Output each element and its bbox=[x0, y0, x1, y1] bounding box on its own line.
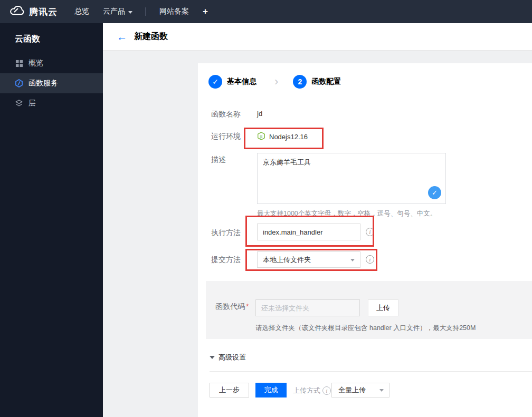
page-title: 新建函数 bbox=[134, 31, 168, 42]
scf-hexagon-icon bbox=[15, 79, 23, 88]
triangle-down-icon bbox=[210, 356, 215, 359]
sidebar-item-label: 概览 bbox=[28, 59, 43, 68]
tencent-cloud-logo[interactable]: 腾讯云 bbox=[8, 5, 58, 18]
layers-icon bbox=[15, 99, 23, 108]
step-indicator: ✓ 基本信息 › 2 函数配置 bbox=[208, 75, 341, 89]
handler-info-icon[interactable]: i bbox=[366, 228, 374, 236]
upload-mode-label: 上传方式 bbox=[293, 386, 320, 395]
step-2-label: 函数配置 bbox=[311, 77, 341, 86]
submit-method-info-icon[interactable]: i bbox=[366, 255, 374, 264]
function-code-label: 函数代码* bbox=[215, 302, 249, 312]
back-arrow-icon[interactable]: ← bbox=[117, 32, 127, 42]
svg-text:js: js bbox=[259, 134, 263, 138]
create-function-card: ✓ 基本信息 › 2 函数配置 函数名称 jd 运行环境 js Nodejs12… bbox=[198, 63, 532, 417]
upload-mode-info-icon[interactable]: i bbox=[322, 386, 331, 395]
nav-item-products[interactable]: 云产品 bbox=[103, 7, 132, 16]
step-1-label: 基本信息 bbox=[227, 77, 256, 86]
submit-method-select[interactable]: 本地上传文件夹 bbox=[257, 251, 360, 268]
nodejs-icon: js bbox=[257, 132, 265, 142]
submit-method-label: 提交方法 bbox=[211, 255, 254, 265]
description-label: 描述 bbox=[211, 155, 254, 164]
advanced-settings-label: 高级设置 bbox=[218, 353, 246, 362]
page-header: ← 新建函数 bbox=[103, 23, 532, 51]
description-textarea[interactable]: 京东薅羊毛工具 bbox=[258, 153, 445, 203]
runtime-label: 运行环境 bbox=[211, 132, 254, 141]
description-field-wrap: 京东薅羊毛工具 ✓ bbox=[257, 153, 446, 204]
grid-icon bbox=[15, 59, 23, 67]
caret-down-icon bbox=[128, 11, 132, 14]
description-hint: 最大支持1000个英文字母，数字，空格，逗号、句号、中文。 bbox=[257, 209, 436, 218]
valid-check-icon: ✓ bbox=[428, 186, 441, 199]
handler-input[interactable] bbox=[257, 224, 360, 240]
upload-button[interactable]: 上传 bbox=[368, 299, 398, 316]
cloud-logo-icon bbox=[8, 5, 24, 18]
advanced-settings-toggle[interactable]: 高级设置 bbox=[210, 353, 246, 362]
sidebar-title: 云函数 bbox=[0, 23, 103, 53]
folder-path-input[interactable] bbox=[255, 299, 360, 316]
sidebar-item-label: 层 bbox=[28, 99, 36, 108]
upload-mode: 上传方式 i bbox=[293, 386, 331, 395]
nav-item-icp[interactable]: 网站备案 bbox=[159, 7, 189, 16]
sidebar-item-layers[interactable]: 层 bbox=[0, 93, 103, 113]
upload-mode-value: 全量上传 bbox=[338, 385, 366, 395]
footer-divider bbox=[210, 371, 532, 372]
nav-divider bbox=[145, 7, 146, 16]
top-nav: 腾讯云 总览 云产品 网站备案 + bbox=[0, 0, 532, 23]
sidebar-item-overview[interactable]: 概览 bbox=[0, 53, 103, 73]
handler-label: 执行方法 bbox=[211, 228, 254, 238]
runtime-value-row: js Nodejs12.16 bbox=[257, 130, 308, 143]
prev-step-button[interactable]: 上一步 bbox=[210, 383, 249, 397]
function-name-value: jd bbox=[257, 110, 262, 118]
function-code-section: 函数代码* 上传 请选择文件夹（该文件夹根目录应包含 handler 入口文件）… bbox=[206, 281, 532, 339]
required-mark: * bbox=[246, 302, 249, 311]
step-2-number: 2 bbox=[293, 75, 307, 89]
sidebar-item-scf-service[interactable]: 函数服务 bbox=[0, 73, 103, 93]
nav-add-tab-button[interactable]: + bbox=[203, 6, 208, 17]
sidebar: 云函数 概览 函数服务 层 bbox=[0, 23, 103, 417]
sidebar-item-label: 函数服务 bbox=[28, 79, 58, 88]
upload-mode-select[interactable]: 全量上传 bbox=[331, 383, 390, 397]
submit-method-value: 本地上传文件夹 bbox=[263, 255, 311, 265]
caret-down-icon bbox=[379, 389, 384, 392]
finish-button[interactable]: 完成 bbox=[255, 383, 287, 397]
step-separator-icon: › bbox=[274, 76, 278, 88]
function-code-hint: 请选择文件夹（该文件夹根目录应包含 handler 入口文件），最大支持250M bbox=[255, 324, 476, 333]
brand-name: 腾讯云 bbox=[29, 6, 58, 18]
caret-down-icon bbox=[350, 259, 355, 261]
runtime-value: Nodejs12.16 bbox=[269, 133, 308, 141]
nav-item-overview[interactable]: 总览 bbox=[74, 7, 89, 16]
step-1-done-icon: ✓ bbox=[208, 75, 222, 89]
function-name-label: 函数名称 bbox=[211, 110, 254, 119]
